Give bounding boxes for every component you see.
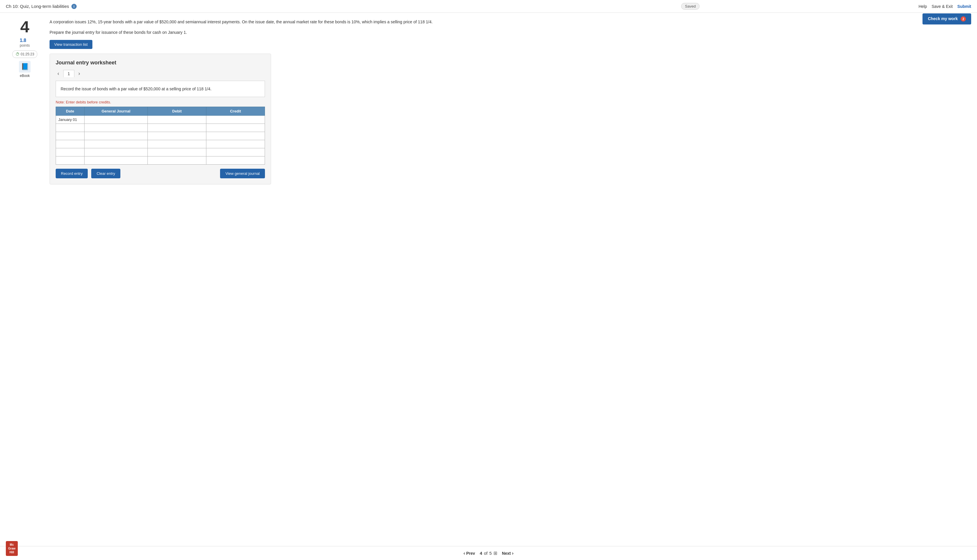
header-title-area: Ch 10: Quiz, Long-term liabilities i [6,4,462,9]
ebook-icon: 📘 [19,61,31,73]
quiz-title: Ch 10: Quiz, Long-term liabilities [6,4,69,9]
journal-table: Date General Journal Debit Credit Januar… [56,107,265,165]
check-my-work-button[interactable]: Check my work 2 [922,13,971,25]
points-area: 1.8 points [20,38,30,47]
debit-cell-3[interactable] [148,132,206,140]
timer-badge: ⏱ 01:25:23 [12,50,38,58]
date-cell-3 [56,132,85,140]
timer-icon: ⏱ [15,52,20,57]
worksheet-title: Journal entry worksheet [56,60,265,66]
debit-cell-4[interactable] [148,140,206,148]
note-text: Note: Enter debits before credits. [56,100,265,104]
journal-cell-6[interactable] [84,157,147,165]
question-instruction: Prepare the journal entry for issuance o… [50,29,971,35]
sidebar: 4 1.8 points ⏱ 01:25:23 📘 eBook [6,18,44,185]
save-exit-link[interactable]: Save & Exit [932,4,952,9]
journal-cell-5[interactable] [84,148,147,157]
tab-1[interactable]: 1 [63,70,74,77]
journal-input-6[interactable] [87,158,145,163]
journal-worksheet: Journal entry worksheet ‹ 1 › Record the… [50,53,271,185]
question-area: A corporation issues 12%, 15-year bonds … [50,18,971,185]
journal-input-1[interactable] [87,117,145,122]
credit-cell-4[interactable] [206,140,265,148]
journal-input-3[interactable] [87,134,145,138]
main-content: 4 1.8 points ⏱ 01:25:23 📘 eBook A corpor… [0,13,977,190]
action-buttons: Record entry Clear entry View general jo… [56,169,265,178]
table-row [56,140,265,148]
credit-cell-5[interactable] [206,148,265,157]
scenario-box: Record the issue of bonds with a par val… [56,81,265,97]
col-debit: Debit [148,107,206,116]
date-cell-4 [56,140,85,148]
header-actions: Help Save & Exit Submit [919,4,971,9]
credit-input-4[interactable] [209,142,262,146]
points-value: 1.8 [20,38,30,43]
col-date: Date [56,107,85,116]
info-icon[interactable]: i [72,4,77,9]
table-row [56,157,265,165]
question-body: A corporation issues 12%, 15-year bonds … [50,18,971,25]
debit-input-1[interactable] [150,117,204,122]
debit-cell-6[interactable] [148,157,206,165]
credit-input-1[interactable] [209,117,262,122]
timer-value: 01:25:23 [21,52,34,56]
saved-badge: Saved [681,3,700,10]
date-cell-6 [56,157,85,165]
journal-input-4[interactable] [87,142,145,146]
debit-cell-5[interactable] [148,148,206,157]
question-number: 4 [20,18,29,35]
points-label: points [20,43,30,47]
journal-input-5[interactable] [87,150,145,154]
debit-input-5[interactable] [150,150,204,154]
credit-cell-3[interactable] [206,132,265,140]
debit-input-4[interactable] [150,142,204,146]
journal-cell-3[interactable] [84,132,147,140]
credit-cell-2[interactable] [206,124,265,132]
journal-cell-1[interactable] [84,116,147,124]
col-general-journal: General Journal [84,107,147,116]
debit-cell-1[interactable] [148,116,206,124]
view-general-journal-button[interactable]: View general journal [220,169,265,178]
check-badge: 2 [961,16,966,22]
debit-input-2[interactable] [150,126,204,130]
debit-input-3[interactable] [150,134,204,138]
ebook-button[interactable]: 📘 eBook [19,61,31,78]
table-row [56,124,265,132]
credit-input-2[interactable] [209,126,262,130]
tab-nav: ‹ 1 › [56,70,265,77]
date-cell-2 [56,124,85,132]
date-cell-5 [56,148,85,157]
journal-cell-2[interactable] [84,124,147,132]
help-link[interactable]: Help [919,4,927,9]
debit-input-6[interactable] [150,158,204,163]
next-tab-arrow[interactable]: › [77,70,82,77]
submit-link[interactable]: Submit [957,4,971,9]
journal-input-2[interactable] [87,126,145,130]
prev-tab-arrow[interactable]: ‹ [56,70,61,77]
scenario-text: Record the issue of bonds with a par val… [61,87,212,91]
header: Ch 10: Quiz, Long-term liabilities i Sav… [0,0,977,13]
table-row: January 01 [56,116,265,124]
table-row [56,148,265,157]
credit-cell-1[interactable] [206,116,265,124]
date-cell-1: January 01 [56,116,85,124]
credit-input-6[interactable] [209,158,262,163]
record-entry-button[interactable]: Record entry [56,169,88,178]
table-row [56,132,265,140]
credit-input-3[interactable] [209,134,262,138]
col-credit: Credit [206,107,265,116]
debit-cell-2[interactable] [148,124,206,132]
credit-input-5[interactable] [209,150,262,154]
ebook-label: eBook [20,74,30,78]
credit-cell-6[interactable] [206,157,265,165]
journal-cell-4[interactable] [84,140,147,148]
clear-entry-button[interactable]: Clear entry [91,169,120,178]
view-transaction-button[interactable]: View transaction list [50,40,92,49]
